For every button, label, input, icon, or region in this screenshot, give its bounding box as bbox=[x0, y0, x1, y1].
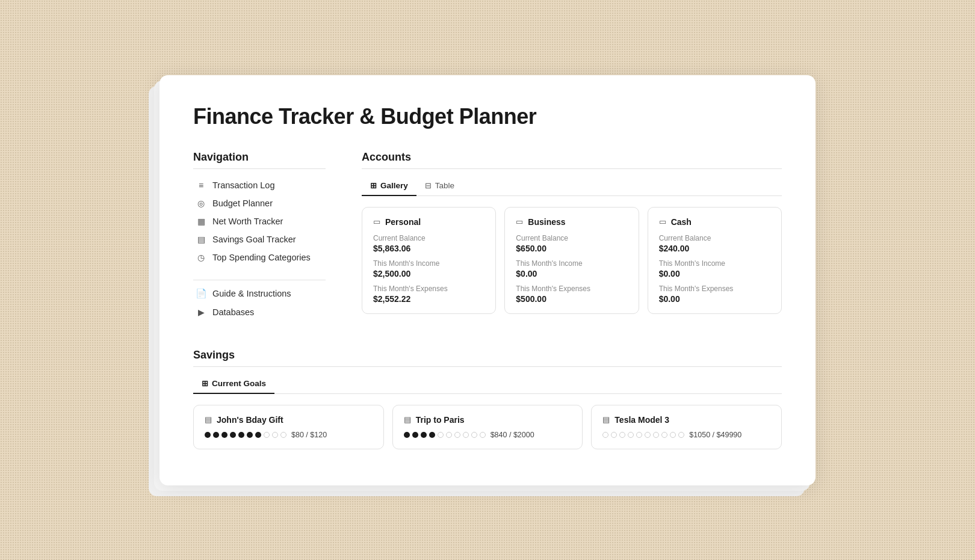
savings-card-tesla-model-3: ▤ Tesla Model 3 $1050 / bbox=[591, 405, 782, 449]
account-title-business: Business bbox=[528, 217, 565, 227]
savings-section: Savings ⊞ Current Goals ▤ John's Bday Gi… bbox=[193, 349, 782, 449]
personal-expenses-label: This Month's Expenses bbox=[373, 285, 484, 293]
sidebar-item-databases[interactable]: ▶ Databases bbox=[193, 304, 326, 320]
sidebar-item-transaction-log[interactable]: ≡ Transaction Log bbox=[193, 177, 326, 193]
personal-balance-value: $5,863.06 bbox=[373, 244, 484, 253]
circle-icon: ◎ bbox=[196, 198, 206, 208]
credit-card-icon: ▭ bbox=[373, 217, 380, 226]
cash-expenses-value: $0.00 bbox=[659, 294, 770, 304]
savings-icon-1: ▤ bbox=[404, 415, 411, 424]
savings-heading: Savings bbox=[193, 349, 782, 367]
accounts-heading: Accounts bbox=[362, 151, 782, 169]
personal-income-value: $2,500.00 bbox=[373, 269, 484, 278]
savings-cards: ▤ John's Bday Gift $80 / bbox=[193, 405, 782, 449]
list-icon: ≡ bbox=[196, 180, 206, 190]
sidebar-item-guide-instructions[interactable]: 📄 Guide & Instructions bbox=[193, 285, 326, 302]
business-balance-value: $650.00 bbox=[516, 244, 627, 253]
dot bbox=[272, 432, 278, 438]
dot bbox=[438, 432, 444, 438]
account-title-cash: Cash bbox=[671, 217, 692, 227]
cash-income-label: This Month's Income bbox=[659, 259, 770, 268]
dot bbox=[602, 432, 608, 438]
dot bbox=[619, 432, 625, 438]
dot bbox=[221, 432, 228, 438]
account-title-personal: Personal bbox=[385, 217, 421, 227]
tab-current-goals[interactable]: ⊞ Current Goals bbox=[193, 375, 274, 394]
table-tab-label: Table bbox=[435, 181, 454, 190]
document-icon: 📄 bbox=[196, 288, 206, 299]
savings-progress-1: $840 / $2000 bbox=[404, 431, 572, 439]
tab-table[interactable]: ⊟ Table bbox=[416, 177, 463, 196]
dot bbox=[404, 432, 410, 438]
dot bbox=[678, 432, 684, 438]
sidebar-item-savings-goal-tracker[interactable]: ▤ Savings Goal Tracker bbox=[193, 232, 326, 247]
gallery-tab-label: Gallery bbox=[380, 181, 408, 190]
dot bbox=[471, 432, 477, 438]
business-balance-label: Current Balance bbox=[516, 234, 627, 242]
dot bbox=[255, 432, 261, 438]
business-income-value: $0.00 bbox=[516, 269, 627, 278]
cash-expenses-label: This Month's Expenses bbox=[659, 285, 770, 293]
dot bbox=[653, 432, 659, 438]
business-expenses-label: This Month's Expenses bbox=[516, 285, 627, 293]
tab-gallery[interactable]: ⊞ Gallery bbox=[362, 177, 416, 196]
nav-label-budget-planner: Budget Planner bbox=[212, 198, 273, 208]
dot bbox=[412, 432, 418, 438]
personal-balance-label: Current Balance bbox=[373, 234, 484, 242]
nav-label-transaction-log: Transaction Log bbox=[212, 180, 274, 190]
personal-income-label: This Month's Income bbox=[373, 259, 484, 268]
dot bbox=[280, 432, 286, 438]
savings-title-1: Trip to Paris bbox=[416, 415, 465, 425]
nav-label-databases: Databases bbox=[212, 307, 254, 317]
table-icon: ▤ bbox=[196, 235, 206, 244]
account-card-personal: ▭ Personal Current Balance $5,863.06 Thi… bbox=[362, 207, 496, 314]
savings-progress-2: $1050 / $49990 bbox=[602, 431, 770, 439]
nav-label-savings-goal-tracker: Savings Goal Tracker bbox=[212, 235, 296, 244]
savings-card-johns-bday-gift: ▤ John's Bday Gift $80 / bbox=[193, 405, 384, 449]
savings-title-0: John's Bday Gift bbox=[217, 415, 283, 425]
personal-expenses-value: $2,552.22 bbox=[373, 294, 484, 304]
dot bbox=[247, 432, 253, 438]
savings-progress-0: $80 / $120 bbox=[205, 431, 373, 439]
dot bbox=[205, 432, 211, 438]
dot bbox=[645, 432, 651, 438]
dot bbox=[421, 432, 427, 438]
savings-icon-0: ▤ bbox=[205, 415, 212, 424]
cash-income-value: $0.00 bbox=[659, 269, 770, 278]
chevron-right-icon: ▶ bbox=[196, 307, 206, 317]
sidebar-item-budget-planner[interactable]: ◎ Budget Planner bbox=[193, 195, 326, 211]
account-card-cash: ▭ Cash Current Balance $240.00 This Mont… bbox=[648, 207, 782, 314]
cash-balance-label: Current Balance bbox=[659, 234, 770, 242]
nav-label-top-spending-categories: Top Spending Categories bbox=[212, 253, 311, 262]
current-goals-tab-label: Current Goals bbox=[212, 379, 266, 388]
dot bbox=[661, 432, 667, 438]
savings-progress-label-0: $80 / $120 bbox=[291, 431, 327, 439]
dot bbox=[213, 432, 219, 438]
gallery-tab-icon: ⊞ bbox=[370, 181, 377, 190]
business-expenses-value: $500.00 bbox=[516, 294, 627, 304]
clock-icon: ◷ bbox=[196, 253, 206, 262]
savings-icon-2: ▤ bbox=[602, 415, 610, 424]
dot bbox=[238, 432, 244, 438]
current-goals-tab-icon: ⊞ bbox=[202, 379, 208, 388]
dot bbox=[429, 432, 435, 438]
sidebar-item-net-worth-tracker[interactable]: ▦ Net Worth Tracker bbox=[193, 214, 326, 229]
nav-label-guide-instructions: Guide & Instructions bbox=[212, 289, 291, 298]
savings-progress-label-2: $1050 / $49990 bbox=[689, 431, 741, 439]
savings-progress-label-1: $840 / $2000 bbox=[491, 431, 534, 439]
accounts-grid: ▭ Personal Current Balance $5,863.06 Thi… bbox=[362, 207, 782, 314]
savings-title-2: Tesla Model 3 bbox=[614, 415, 669, 425]
cash-card-icon: ▭ bbox=[659, 217, 666, 226]
dot bbox=[670, 432, 676, 438]
business-income-label: This Month's Income bbox=[516, 259, 627, 268]
dot bbox=[480, 432, 486, 438]
grid-icon: ▦ bbox=[196, 217, 206, 226]
dot bbox=[611, 432, 617, 438]
dot bbox=[264, 432, 270, 438]
cash-balance-value: $240.00 bbox=[659, 244, 770, 253]
sidebar-item-top-spending-categories[interactable]: ◷ Top Spending Categories bbox=[193, 250, 326, 265]
dot bbox=[636, 432, 642, 438]
account-card-business: ▭ Business Current Balance $650.00 This … bbox=[504, 207, 639, 314]
navigation-heading: Navigation bbox=[193, 151, 326, 169]
page-title: Finance Tracker & Budget Planner bbox=[193, 104, 782, 129]
